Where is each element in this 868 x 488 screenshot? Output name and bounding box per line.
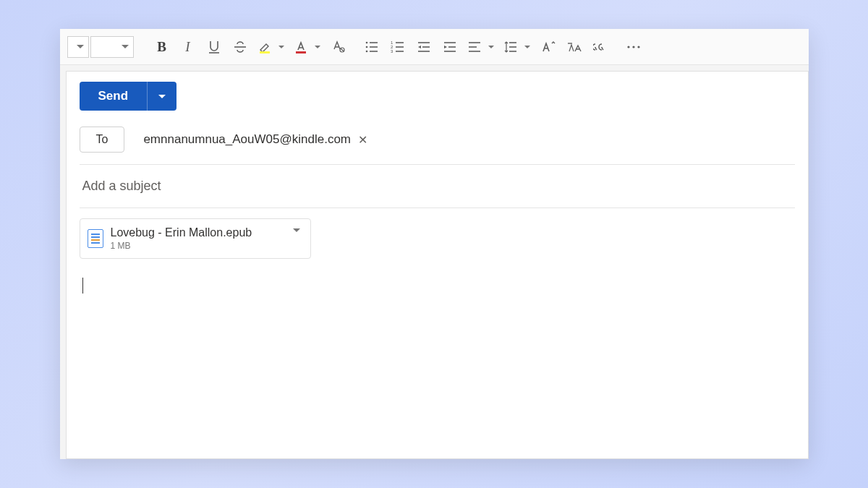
svg-point-31 xyxy=(637,46,639,48)
svg-rect-3 xyxy=(296,51,306,53)
bullet-list-button[interactable] xyxy=(359,35,384,59)
svg-point-29 xyxy=(627,46,629,48)
attachment-size: 1 MB xyxy=(111,241,286,251)
italic-button[interactable]: I xyxy=(176,35,200,59)
send-row: Send xyxy=(67,72,808,121)
svg-point-4 xyxy=(365,41,367,43)
svg-rect-2 xyxy=(260,51,270,53)
subject-row xyxy=(80,165,795,208)
chevron-down-icon xyxy=(293,228,300,244)
quote-button[interactable] xyxy=(588,35,613,59)
outdent-button[interactable] xyxy=(412,35,436,59)
send-button[interactable]: Send xyxy=(80,82,148,111)
subject-input[interactable] xyxy=(81,178,793,194)
increase-font-button[interactable] xyxy=(536,35,561,59)
chevron-down-icon xyxy=(488,46,494,48)
decrease-font-button[interactable] xyxy=(562,35,587,59)
send-options-button[interactable] xyxy=(148,82,176,111)
clear-formatting-button[interactable] xyxy=(326,35,351,59)
message-body[interactable] xyxy=(80,273,795,451)
strikethrough-button[interactable] xyxy=(228,35,252,59)
recipient-address: emnnanumnua_AouW05@kindle.com xyxy=(143,132,351,147)
chevron-down-icon xyxy=(524,46,530,48)
attachment-menu-button[interactable] xyxy=(293,232,300,245)
indent-button[interactable] xyxy=(438,35,462,59)
compose-panel: Send To emnnanumnua_AouW05@kindle.com ✕ xyxy=(66,71,809,459)
attachment-text: Lovebug - Erin Mallon.epub 1 MB xyxy=(111,226,286,251)
chevron-down-icon xyxy=(122,45,129,48)
svg-point-30 xyxy=(632,46,634,48)
to-row: To emnnanumnua_AouW05@kindle.com ✕ xyxy=(80,121,795,165)
chevron-down-icon xyxy=(158,95,166,98)
format-toolbar: B I 123 xyxy=(60,29,809,65)
svg-text:3: 3 xyxy=(391,49,393,53)
font-family-select[interactable] xyxy=(67,36,89,58)
svg-point-5 xyxy=(365,46,367,48)
text-cursor xyxy=(82,278,83,294)
chevron-down-icon xyxy=(278,46,284,48)
svg-point-6 xyxy=(365,50,367,52)
remove-recipient-button[interactable]: ✕ xyxy=(358,133,367,147)
more-options-button[interactable] xyxy=(621,35,646,59)
underline-button[interactable] xyxy=(202,35,226,59)
attachment-chip[interactable]: Lovebug - Erin Mallon.epub 1 MB xyxy=(80,218,311,259)
font-size-select[interactable] xyxy=(90,36,134,58)
send-split-button: Send xyxy=(80,82,177,111)
align-button[interactable] xyxy=(464,35,498,59)
chevron-down-icon xyxy=(315,46,320,48)
numbered-list-button[interactable]: 123 xyxy=(386,35,410,59)
file-icon xyxy=(88,229,103,248)
attachment-name: Lovebug - Erin Mallon.epub xyxy=(111,226,286,239)
attachments-row: Lovebug - Erin Mallon.epub 1 MB xyxy=(67,208,808,266)
content-area: Send To emnnanumnua_AouW05@kindle.com ✕ xyxy=(60,65,809,459)
highlight-button[interactable] xyxy=(254,35,289,59)
font-color-button[interactable] xyxy=(290,35,325,59)
recipient-chip[interactable]: emnnanumnua_AouW05@kindle.com ✕ xyxy=(136,129,375,150)
to-button[interactable]: To xyxy=(80,127,125,153)
line-spacing-button[interactable] xyxy=(500,35,535,59)
chevron-down-icon xyxy=(77,45,84,48)
compose-window: B I 123 xyxy=(60,29,809,459)
bold-button[interactable]: B xyxy=(150,35,174,59)
